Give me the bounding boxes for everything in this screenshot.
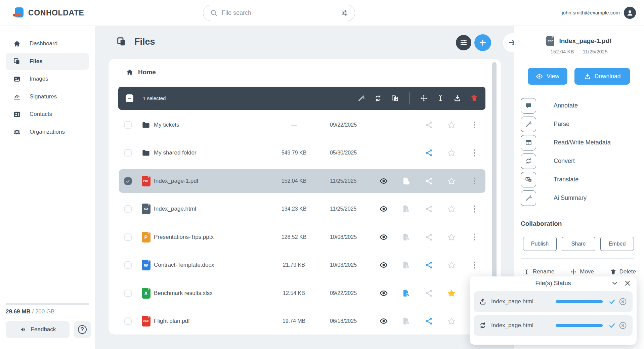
file-check-icon[interactable] xyxy=(402,177,411,185)
kebab-menu-icon[interactable] xyxy=(472,206,478,213)
star-icon[interactable] xyxy=(447,317,456,325)
kebab-menu-icon[interactable] xyxy=(472,178,478,185)
delete-action[interactable]: Delete xyxy=(610,268,636,275)
file-check-icon[interactable] xyxy=(402,205,411,213)
preview-eye-icon[interactable] xyxy=(379,177,388,185)
sidebar-item-contacts[interactable]: Contacts xyxy=(6,106,89,123)
parse-button[interactable] xyxy=(521,117,536,132)
kebab-menu-icon[interactable] xyxy=(472,149,478,157)
user-avatar[interactable] xyxy=(624,7,636,19)
share-icon[interactable] xyxy=(425,233,433,242)
translate-button[interactable] xyxy=(521,172,536,187)
table-row[interactable]: P Presentations-Tips.pptx 128.52 KB 10/0… xyxy=(118,223,485,251)
list-filter-button[interactable] xyxy=(456,35,471,50)
table-row[interactable]: My shared folder 549.79 KB 05/30/2025 xyxy=(118,139,485,167)
share-icon[interactable] xyxy=(425,289,433,298)
help-button[interactable]: ? xyxy=(74,321,91,338)
sidebar-item-dashboard[interactable]: Dashboard xyxy=(6,35,89,52)
table-row[interactable]: PDF Flight plan.pdf 19.74 MB 06/18/2025 xyxy=(118,307,485,336)
row-checkbox[interactable] xyxy=(124,317,132,325)
file-check-icon[interactable] xyxy=(402,233,411,242)
star-icon[interactable] xyxy=(447,177,456,185)
row-checkbox[interactable] xyxy=(124,121,132,129)
preview-eye-icon[interactable] xyxy=(379,261,388,269)
table-row[interactable]: X Benchmark results.xlsx 12.54 KB 09/22/… xyxy=(118,279,485,307)
kebab-menu-icon[interactable] xyxy=(472,122,478,129)
share-icon[interactable] xyxy=(425,205,433,213)
embed-button[interactable]: Embed xyxy=(600,237,634,251)
file-name[interactable]: Benchmark results.xlsx xyxy=(154,290,213,297)
file-name[interactable]: My shared folder xyxy=(154,149,197,156)
share-icon[interactable] xyxy=(425,121,433,129)
share-button[interactable]: Share xyxy=(562,237,595,251)
preview-eye-icon[interactable] xyxy=(379,233,388,242)
preview-eye-icon[interactable] xyxy=(379,289,388,298)
table-row[interactable]: PDF Index_page-1.pdf 152.04 KB 11/25/202… xyxy=(118,167,485,195)
ai-summary-button[interactable] xyxy=(521,190,536,206)
dismiss-icon[interactable] xyxy=(618,321,627,330)
close-icon[interactable] xyxy=(624,279,631,287)
share-icon[interactable] xyxy=(425,177,433,185)
star-icon[interactable] xyxy=(447,233,456,242)
row-checkbox[interactable] xyxy=(124,149,132,157)
row-checkbox[interactable] xyxy=(124,205,132,213)
file-name[interactable]: Index_page-1.pdf xyxy=(154,178,198,184)
sidebar-item-signatures[interactable]: Signatures xyxy=(6,88,89,105)
copy-to-icon[interactable] xyxy=(391,94,399,102)
move-action[interactable]: Move xyxy=(570,268,594,275)
row-checkbox[interactable] xyxy=(124,233,132,241)
star-icon[interactable] xyxy=(447,205,456,213)
search-filters-icon[interactable] xyxy=(341,9,348,16)
download-icon[interactable] xyxy=(454,94,461,102)
sidebar-item-files[interactable]: Files xyxy=(6,53,89,70)
read-write-metadata-button[interactable] xyxy=(521,135,536,150)
row-checkbox[interactable] xyxy=(124,177,132,185)
star-icon[interactable] xyxy=(447,121,456,129)
file-name[interactable]: Presentations-Tips.pptx xyxy=(154,234,214,241)
annotate-button[interactable] xyxy=(521,98,536,114)
convert-icon[interactable] xyxy=(374,94,382,102)
file-check-icon[interactable] xyxy=(402,289,411,298)
file-check-icon[interactable] xyxy=(402,261,411,269)
breadcrumb[interactable]: Home xyxy=(126,69,156,76)
feedback-button[interactable]: Feedback xyxy=(6,321,70,338)
share-icon[interactable] xyxy=(425,261,433,269)
preview-eye-icon[interactable] xyxy=(379,317,388,325)
table-row[interactable]: My tickets — 09/22/2025 xyxy=(118,111,485,139)
rename-icon[interactable] xyxy=(437,94,444,102)
sidebar-item-images[interactable]: Images xyxy=(6,71,89,87)
move-icon[interactable] xyxy=(420,94,428,102)
file-name[interactable]: Contract-Template.docx xyxy=(154,262,214,268)
file-name[interactable]: Flight plan.pdf xyxy=(154,318,190,324)
select-all-checkbox[interactable] xyxy=(126,94,133,102)
delete-icon[interactable] xyxy=(470,94,478,102)
rename-action[interactable]: Rename xyxy=(523,268,554,275)
file-name[interactable]: Index_page.html xyxy=(154,206,196,212)
brand-logo[interactable]: CONHOLDATE xyxy=(14,7,84,18)
publish-button[interactable]: Publish xyxy=(523,237,557,251)
dismiss-icon[interactable] xyxy=(618,297,627,306)
star-icon[interactable] xyxy=(447,289,456,298)
download-button[interactable]: Download xyxy=(574,68,630,85)
convert-button[interactable] xyxy=(521,154,536,169)
table-row[interactable]: <> Index_page.html 134.23 KB 11/25/2025 xyxy=(118,195,485,223)
add-file-button[interactable] xyxy=(474,34,491,51)
share-icon[interactable] xyxy=(425,317,433,325)
row-checkbox[interactable] xyxy=(124,261,132,269)
share-icon[interactable] xyxy=(425,148,433,157)
star-icon[interactable] xyxy=(447,148,456,157)
kebab-menu-icon[interactable] xyxy=(472,234,478,241)
detail-action-label: Translate xyxy=(554,176,578,183)
preview-eye-icon[interactable] xyxy=(379,205,388,213)
table-row[interactable]: W Contract-Template.docx 21.79 KB 10/03/… xyxy=(118,251,485,279)
file-check-icon[interactable] xyxy=(402,317,411,325)
star-icon[interactable] xyxy=(447,261,456,269)
search-input[interactable] xyxy=(222,9,337,16)
view-button[interactable]: View xyxy=(528,68,567,85)
ai-actions-icon[interactable] xyxy=(357,94,365,102)
sidebar-item-organizations[interactable]: Organizations xyxy=(6,124,89,140)
kebab-menu-icon[interactable] xyxy=(472,262,478,269)
file-name[interactable]: My tickets xyxy=(154,122,179,128)
row-checkbox[interactable] xyxy=(124,290,132,297)
chevron-down-icon[interactable] xyxy=(611,279,618,287)
